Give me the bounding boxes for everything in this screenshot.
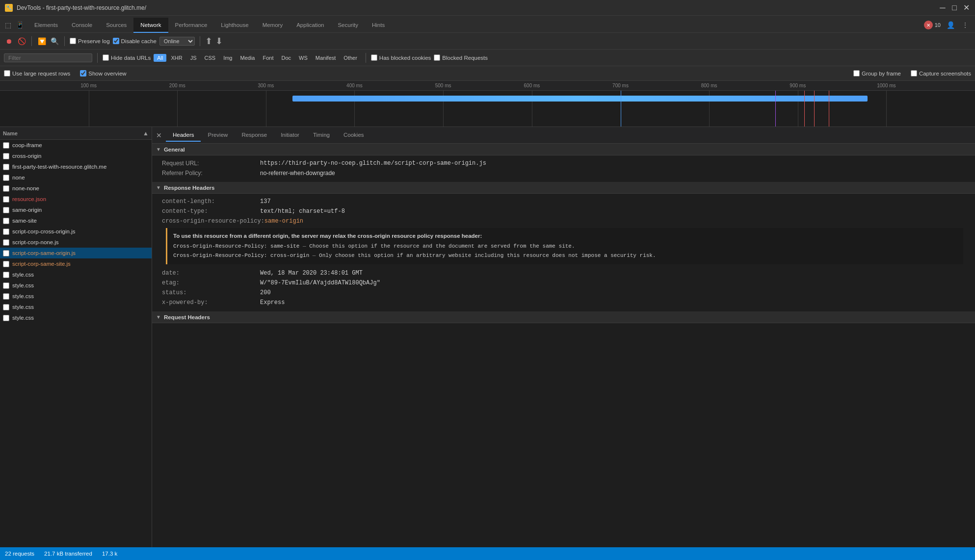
file-row[interactable]: resource.json — [0, 194, 152, 204]
file-checkbox[interactable] — [3, 185, 9, 192]
request-url-value[interactable]: https://third-party-no-coep.glitch.me/sc… — [260, 160, 486, 167]
filter-btn-all[interactable]: All — [154, 54, 166, 62]
file-checkbox[interactable] — [3, 293, 9, 300]
tab-security[interactable]: Security — [331, 18, 365, 33]
close-details-button[interactable]: ✕ — [152, 128, 166, 142]
show-overview-label[interactable]: Show overview — [80, 70, 126, 76]
file-checkbox[interactable] — [3, 196, 9, 203]
export-button[interactable]: ⬇ — [215, 37, 223, 46]
general-section-header[interactable]: ▼ General — [152, 144, 975, 155]
group-by-frame-checkbox[interactable] — [853, 70, 860, 76]
inspect-element-button[interactable]: ⬚ — [3, 20, 13, 30]
preserve-log-checkbox[interactable] — [70, 38, 76, 44]
filter-btn-ws[interactable]: WS — [295, 54, 311, 62]
show-overview-checkbox[interactable] — [80, 70, 86, 76]
file-row[interactable]: style.css — [0, 302, 152, 312]
request-headers-section-header[interactable]: ▼ Request Headers — [152, 311, 975, 323]
file-row[interactable]: none — [0, 172, 152, 183]
file-row[interactable]: same-origin — [0, 204, 152, 215]
file-row[interactable]: script-corp-cross-origin.js — [0, 226, 152, 237]
has-blocked-cookies-label[interactable]: Has blocked cookies — [371, 54, 431, 61]
file-checkbox[interactable] — [3, 164, 9, 170]
file-checkbox[interactable] — [3, 153, 9, 159]
response-headers-section-header[interactable]: ▼ Response Headers — [152, 182, 975, 194]
has-blocked-cookies-checkbox[interactable] — [371, 54, 377, 61]
tab-lighthouse[interactable]: Lighthouse — [214, 18, 255, 33]
file-checkbox[interactable] — [3, 207, 9, 213]
capture-screenshots-label[interactable]: Capture screenshots — [911, 70, 971, 76]
large-rows-checkbox[interactable] — [4, 70, 10, 76]
filter-btn-css[interactable]: CSS — [201, 54, 219, 62]
details-content[interactable]: ▼ General Request URL: https://third-par… — [152, 144, 975, 547]
detail-tab-headers[interactable]: Headers — [166, 129, 201, 142]
detail-tab-preview[interactable]: Preview — [201, 129, 235, 142]
filter-btn-doc[interactable]: Doc — [278, 54, 294, 62]
blocked-requests-checkbox[interactable] — [434, 54, 440, 61]
device-toolbar-button[interactable]: 📱 — [15, 20, 25, 30]
disable-cache-label[interactable]: Disable cache — [113, 38, 157, 44]
tab-console[interactable]: Console — [65, 18, 99, 33]
file-row[interactable]: script-corp-same-origin.js — [0, 248, 152, 258]
filter-icon[interactable]: 🔽 — [37, 36, 47, 46]
import-button[interactable]: ⬆ — [205, 37, 212, 46]
file-row[interactable]: same-site — [0, 215, 152, 226]
file-checkbox[interactable] — [3, 175, 9, 181]
file-checkbox[interactable] — [3, 304, 9, 310]
disable-cache-checkbox[interactable] — [113, 38, 119, 44]
tab-hints[interactable]: Hints — [365, 18, 392, 33]
file-checkbox[interactable] — [3, 272, 9, 278]
file-checkbox[interactable] — [3, 282, 9, 289]
clear-button[interactable]: 🚫 — [17, 36, 26, 46]
filter-btn-font[interactable]: Font — [259, 54, 277, 62]
large-rows-label[interactable]: Use large request rows — [4, 70, 70, 76]
detail-tab-response[interactable]: Response — [235, 129, 274, 142]
file-row[interactable]: script-corp-none.js — [0, 237, 152, 248]
file-checkbox[interactable] — [3, 239, 9, 246]
filter-btn-manifest[interactable]: Manifest — [312, 54, 340, 62]
tab-performance[interactable]: Performance — [168, 18, 214, 33]
filter-btn-img[interactable]: Img — [220, 54, 236, 62]
tab-application[interactable]: Application — [290, 18, 331, 33]
minimize-button[interactable]: ─ — [939, 4, 947, 12]
file-row[interactable]: first-party-test-with-resource.glitch.me — [0, 161, 152, 172]
file-checkbox[interactable] — [3, 229, 9, 235]
close-button[interactable]: ✕ — [962, 4, 970, 12]
tab-sources[interactable]: Sources — [99, 18, 133, 33]
file-row[interactable]: script-corp-same-site.js — [0, 258, 152, 269]
maximize-button[interactable]: □ — [950, 4, 958, 12]
file-row[interactable]: style.css — [0, 269, 152, 280]
preserve-log-label[interactable]: Preserve log — [70, 38, 110, 44]
blocked-requests-label[interactable]: Blocked Requests — [434, 54, 488, 61]
file-row[interactable]: cross-origin — [0, 151, 152, 161]
sort-icon[interactable]: ▲ — [143, 130, 149, 137]
file-checkbox[interactable] — [3, 261, 9, 267]
file-checkbox[interactable] — [3, 142, 9, 149]
file-checkbox[interactable] — [3, 250, 9, 256]
file-checkbox[interactable] — [3, 315, 9, 321]
file-checkbox[interactable] — [3, 218, 9, 224]
timeline-content[interactable] — [0, 91, 975, 127]
detail-tab-timing[interactable]: Timing — [306, 129, 337, 142]
file-row[interactable]: style.css — [0, 312, 152, 323]
filter-input[interactable] — [4, 53, 92, 62]
tab-memory[interactable]: Memory — [256, 18, 290, 33]
hide-data-urls-label[interactable]: Hide data URLs — [103, 54, 151, 61]
filter-btn-other[interactable]: Other — [340, 54, 361, 62]
hide-data-urls-checkbox[interactable] — [103, 54, 109, 61]
record-button[interactable]: ⏺ — [4, 36, 14, 46]
tab-elements[interactable]: Elements — [27, 18, 65, 33]
more-options-icon[interactable]: ⋮ — [960, 20, 970, 30]
detail-tab-initiator[interactable]: Initiator — [274, 129, 306, 142]
user-icon[interactable]: 👤 — [946, 20, 955, 30]
group-by-frame-label[interactable]: Group by frame — [853, 70, 901, 76]
filter-btn-xhr[interactable]: XHR — [167, 54, 185, 62]
filter-btn-media[interactable]: Media — [237, 54, 258, 62]
timeline-area[interactable]: 100 ms200 ms300 ms400 ms500 ms600 ms700 … — [0, 81, 975, 127]
detail-tab-cookies[interactable]: Cookies — [337, 129, 371, 142]
file-row[interactable]: style.css — [0, 291, 152, 302]
tab-network[interactable]: Network — [133, 18, 168, 33]
file-row[interactable]: none-none — [0, 183, 152, 194]
file-row[interactable]: style.css — [0, 280, 152, 291]
filter-btn-js[interactable]: JS — [187, 54, 200, 62]
file-row[interactable]: coop-iframe — [0, 140, 152, 151]
